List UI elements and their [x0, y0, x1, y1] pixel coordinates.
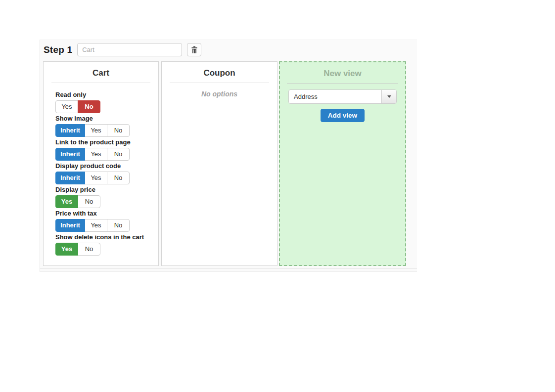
toggle-option-show-image-no[interactable]: No	[107, 124, 130, 137]
toggle-option-read-only-no[interactable]: No	[78, 100, 100, 113]
next-step-edge	[40, 268, 417, 272]
toggle-option-show-image-inherit[interactable]: Inherit	[55, 124, 85, 137]
toggle-option-price-with-tax-yes[interactable]: Yes	[85, 219, 107, 232]
toggle-option-price-with-tax-no[interactable]: No	[107, 219, 130, 232]
toggle-option-price-with-tax-inherit[interactable]: Inherit	[55, 219, 85, 232]
chevron-down-icon	[387, 95, 391, 98]
toggle-option-display-price-no[interactable]: No	[78, 195, 100, 208]
divider	[287, 83, 398, 84]
toggle-option-show-delete-icons-in-the-cart-yes[interactable]: Yes	[55, 243, 78, 256]
field-label: Show delete icons in the cart	[55, 234, 158, 240]
field-show-delete-icons-in-the-cart: Show delete icons in the cartYesNo	[55, 234, 158, 256]
divider	[170, 83, 269, 83]
page: Step 1 Cart Read	[0, 0, 555, 392]
toggle-group-show-delete-icons-in-the-cart: YesNo	[55, 243, 100, 256]
panel-coupon-title: Coupon	[162, 68, 277, 78]
view-type-select-toggle[interactable]	[381, 90, 396, 103]
panel-cart-title: Cart	[44, 68, 158, 78]
field-label: Link to the product page	[55, 139, 158, 145]
field-display-product-code: Display product codeInheritYesNo	[55, 163, 158, 184]
toggle-group-show-image: InheritYesNo	[55, 124, 130, 137]
no-options-text: No options	[162, 90, 277, 98]
toggle-group-price-with-tax: InheritYesNo	[55, 219, 130, 232]
field-show-image: Show imageInheritYesNo	[55, 115, 158, 137]
view-type-select-value: Address	[289, 90, 381, 103]
toggle-group-display-product-code: InheritYesNo	[55, 172, 130, 184]
toggle-option-show-delete-icons-in-the-cart-no[interactable]: No	[78, 243, 100, 256]
panel-new-view: New view Address Add view	[279, 61, 406, 266]
toggle-option-display-product-code-yes[interactable]: Yes	[85, 172, 107, 184]
panel-cart: Cart Read onlyYesNoShow imageInheritYesN…	[43, 61, 159, 266]
toggle-group-read-only: YesNo	[55, 100, 100, 113]
panel-new-view-title: New view	[280, 69, 405, 79]
view-type-select[interactable]: Address	[288, 89, 397, 104]
toggle-group-display-price: YesNo	[55, 195, 100, 208]
panel-coupon: Coupon No options	[161, 61, 278, 266]
views-row: Cart Read onlyYesNoShow imageInheritYesN…	[43, 61, 406, 266]
cart-fields: Read onlyYesNoShow imageInheritYesNoLink…	[55, 91, 158, 256]
toggle-option-display-price-yes[interactable]: Yes	[55, 195, 78, 208]
field-label: Read only	[55, 91, 158, 98]
field-price-with-tax: Price with taxInheritYesNo	[55, 210, 158, 232]
field-link-to-the-product-page: Link to the product pageInheritYesNo	[55, 139, 158, 161]
field-display-price: Display priceYesNo	[55, 186, 158, 208]
field-label: Price with tax	[55, 210, 158, 217]
field-label: Show image	[55, 115, 158, 122]
step-name-input[interactable]	[77, 43, 182, 56]
add-view-button[interactable]: Add view	[321, 109, 365, 122]
toggle-option-read-only-yes[interactable]: Yes	[55, 100, 78, 113]
field-label: Display price	[55, 186, 158, 193]
toggle-option-show-image-yes[interactable]: Yes	[85, 124, 107, 137]
toggle-group-link-to-the-product-page: InheritYesNo	[55, 148, 130, 161]
toggle-option-link-to-the-product-page-yes[interactable]: Yes	[85, 148, 107, 161]
toggle-option-display-product-code-no[interactable]: No	[107, 172, 130, 184]
toggle-option-link-to-the-product-page-inherit[interactable]: Inherit	[55, 148, 85, 161]
divider	[51, 83, 150, 83]
step-container: Step 1 Cart Read	[40, 40, 417, 268]
field-read-only: Read onlyYesNo	[55, 91, 158, 113]
field-label: Display product code	[55, 163, 158, 169]
step-title: Step 1	[44, 44, 72, 55]
toggle-option-link-to-the-product-page-no[interactable]: No	[107, 148, 130, 161]
toggle-option-display-product-code-inherit[interactable]: Inherit	[55, 172, 85, 184]
step-header: Step 1	[44, 43, 201, 56]
trash-icon	[191, 46, 198, 53]
delete-step-button[interactable]	[187, 43, 201, 56]
